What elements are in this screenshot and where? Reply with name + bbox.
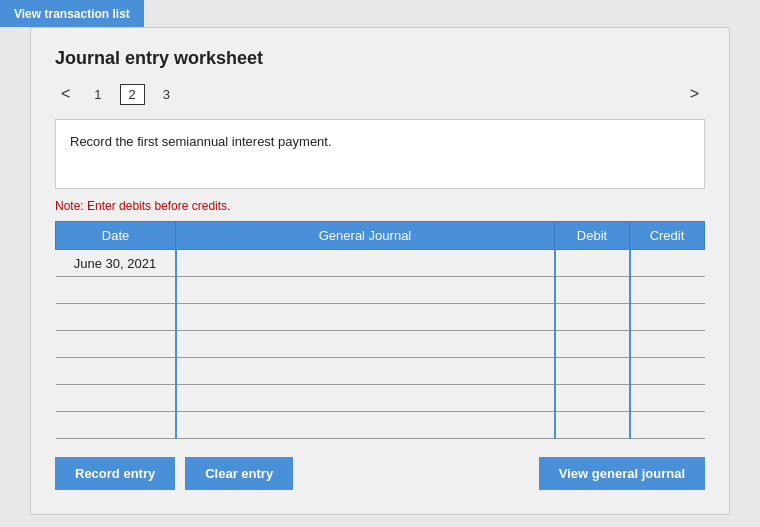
journal-input-6[interactable] [183,414,548,436]
debit-input-1[interactable] [562,279,623,301]
journal-table: Date General Journal Debit Credit June 3… [55,221,705,439]
instruction-box: Record the first semiannual interest pay… [55,119,705,189]
debit-cell-1[interactable] [555,277,630,304]
credit-cell-2[interactable] [630,304,705,331]
date-cell-2 [56,304,176,331]
debit-input-5[interactable] [562,387,623,409]
header-credit: Credit [630,222,705,250]
credit-input-1[interactable] [637,279,699,301]
main-container: Journal entry worksheet < 1 2 3 > Record… [30,27,730,515]
table-row [56,358,705,385]
journal-input-2[interactable] [183,306,548,328]
date-cell-0: June 30, 2021 [56,250,176,277]
debit-cell-6[interactable] [555,412,630,439]
header-date: Date [56,222,176,250]
date-cell-6 [56,412,176,439]
debit-input-6[interactable] [562,414,623,436]
debit-input-2[interactable] [562,306,623,328]
debit-cell-3[interactable] [555,331,630,358]
page-3[interactable]: 3 [155,85,178,104]
debit-input-0[interactable] [562,252,623,274]
journal-input-0[interactable] [183,252,548,274]
table-row [56,331,705,358]
date-cell-3 [56,331,176,358]
credit-input-2[interactable] [637,306,699,328]
journal-cell-0[interactable] [176,250,555,277]
credit-cell-5[interactable] [630,385,705,412]
journal-cell-4[interactable] [176,358,555,385]
journal-cell-5[interactable] [176,385,555,412]
credit-cell-1[interactable] [630,277,705,304]
journal-input-3[interactable] [183,333,548,355]
journal-input-5[interactable] [183,387,548,409]
header-debit: Debit [555,222,630,250]
journal-input-4[interactable] [183,360,548,382]
prev-arrow[interactable]: < [55,83,76,105]
credit-input-4[interactable] [637,360,699,382]
credit-input-3[interactable] [637,333,699,355]
journal-input-1[interactable] [183,279,548,301]
credit-cell-0[interactable] [630,250,705,277]
credit-input-6[interactable] [637,414,699,436]
credit-input-5[interactable] [637,387,699,409]
date-cell-4 [56,358,176,385]
debit-cell-2[interactable] [555,304,630,331]
table-row [56,412,705,439]
date-cell-5 [56,385,176,412]
page-2[interactable]: 2 [120,84,145,105]
table-row [56,385,705,412]
view-transaction-list-button[interactable]: View transaction list [14,7,130,21]
debit-input-4[interactable] [562,360,623,382]
table-row [56,277,705,304]
instruction-text: Record the first semiannual interest pay… [70,134,332,149]
next-arrow[interactable]: > [684,83,705,105]
worksheet-title: Journal entry worksheet [55,48,705,69]
date-cell-1 [56,277,176,304]
clear-entry-button[interactable]: Clear entry [185,457,293,490]
credit-input-0[interactable] [637,252,699,274]
debit-cell-4[interactable] [555,358,630,385]
credit-cell-6[interactable] [630,412,705,439]
top-bar: View transaction list [0,0,144,27]
journal-cell-1[interactable] [176,277,555,304]
note-text: Note: Enter debits before credits. [55,199,705,213]
header-general-journal: General Journal [176,222,555,250]
view-general-journal-button[interactable]: View general journal [539,457,705,490]
journal-cell-2[interactable] [176,304,555,331]
pagination: < 1 2 3 > [55,83,705,105]
debit-cell-5[interactable] [555,385,630,412]
credit-cell-3[interactable] [630,331,705,358]
table-row [56,304,705,331]
journal-cell-3[interactable] [176,331,555,358]
debit-input-3[interactable] [562,333,623,355]
journal-cell-6[interactable] [176,412,555,439]
buttons-row: Record entry Clear entry View general jo… [55,457,705,490]
debit-cell-0[interactable] [555,250,630,277]
table-row: June 30, 2021 [56,250,705,277]
record-entry-button[interactable]: Record entry [55,457,175,490]
credit-cell-4[interactable] [630,358,705,385]
page-1[interactable]: 1 [86,85,109,104]
